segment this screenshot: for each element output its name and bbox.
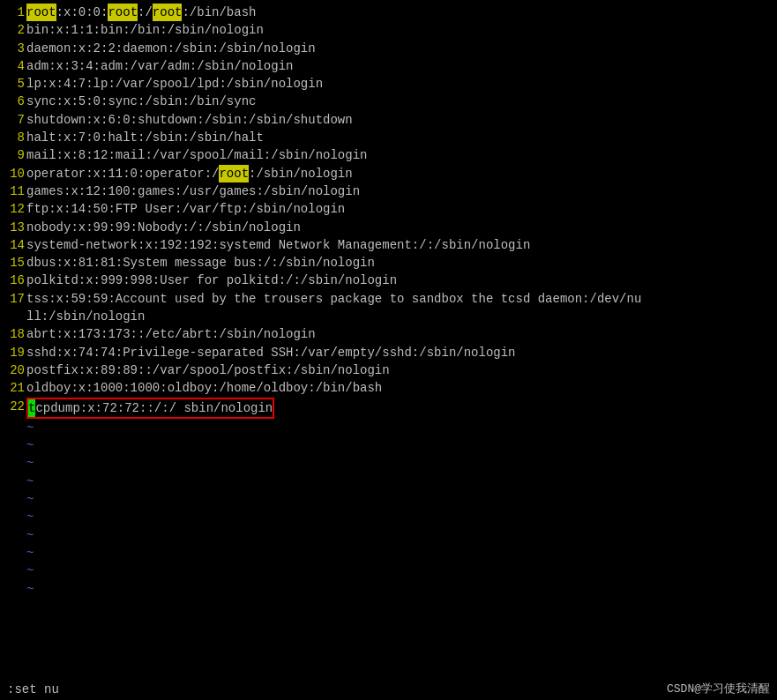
lines-container: 1root:x:0:0:root:/root:/bin/bash2bin:x:1… xyxy=(5,4,772,419)
line-text: :/sbin/nologin xyxy=(249,165,353,182)
line-number: 16 xyxy=(5,272,25,289)
line-number: 14 xyxy=(5,236,25,254)
tilde-num xyxy=(5,544,25,562)
tilde-line: ~ xyxy=(5,419,772,436)
tilde-char: ~ xyxy=(26,436,34,454)
terminal: 1root:x:0:0:root:/root:/bin/bash2bin:x:1… xyxy=(0,0,777,700)
terminal-line: 9mail:x:8:12:mail:/var/spool/mail:/sbin/… xyxy=(5,146,772,164)
line-text: mail:x:8:12:mail:/var/spool/mail:/sbin/n… xyxy=(26,146,367,164)
line-number: 22 xyxy=(5,398,25,419)
line-text: bin:x:1:1:bin:/bin:/sbin/nologin xyxy=(26,21,264,39)
tilde-line: ~ xyxy=(5,562,772,579)
highlighted-text: root xyxy=(108,4,138,21)
terminal-line: 12ftp:x:14:50:FTP User:/var/ftp:/sbin/no… xyxy=(5,200,772,218)
line-text: lp:x:4:7:lp:/var/spool/lpd:/sbin/nologin xyxy=(26,75,323,93)
line-text: polkitd:x:999:998:User for polkitd:/:/sb… xyxy=(26,272,397,289)
tilde-char: ~ xyxy=(26,580,34,598)
line-text: oldboy:x:1000:1000:oldboy:/home/oldboy:/… xyxy=(26,379,382,397)
tilde-num xyxy=(5,526,25,544)
line-number: 2 xyxy=(5,21,25,39)
terminal-line: 19sshd:x:74:74:Privilege-separated SSH:/… xyxy=(5,344,772,361)
terminal-line: 3daemon:x:2:2:daemon:/sbin:/sbin/nologin xyxy=(5,40,772,57)
line-text: abrt:x:173:173::/etc/abrt:/sbin/nologin xyxy=(26,325,316,343)
terminal-line: 7shutdown:x:6:0:shutdown:/sbin:/sbin/shu… xyxy=(5,111,772,129)
line-text: daemon:x:2:2:daemon:/sbin:/sbin/nologin xyxy=(26,40,316,57)
line-text: nobody:x:99:99:Nobody:/:/sbin/nologin xyxy=(26,219,301,236)
line-text: sshd:x:74:74:Privilege-separated SSH:/va… xyxy=(26,344,516,361)
line-text: ftp:x:14:50:FTP User:/var/ftp:/sbin/nolo… xyxy=(26,200,345,218)
line-number: 13 xyxy=(5,219,25,236)
terminal-line: 16polkitd:x:999:998:User for polkitd:/:/… xyxy=(5,272,772,289)
terminal-line: 17tss:x:59:59:Account used by the trouse… xyxy=(5,290,772,308)
terminal-line: 15dbus:x:81:81:System message bus:/:/sbi… xyxy=(5,254,772,272)
terminal-line: 6sync:x:5:0:sync:/sbin:/bin/sync xyxy=(5,93,772,110)
terminal-line: ll:/sbin/nologin xyxy=(5,308,772,325)
line-number: 10 xyxy=(5,165,25,182)
tilde-char: ~ xyxy=(26,562,34,579)
tilde-line: ~ xyxy=(5,436,772,454)
tilde-line: ~ xyxy=(5,454,772,472)
line-22-boxed-content: tcpdump:x:72:72::/:/ sbin/nologin xyxy=(26,398,274,419)
line-text: dbus:x:81:81:System message bus:/:/sbin/… xyxy=(26,254,375,272)
terminal-line: 21oldboy:x:1000:1000:oldboy:/home/oldboy… xyxy=(5,379,772,397)
tilde-num xyxy=(5,419,25,436)
tilde-num xyxy=(5,454,25,472)
continuation-line: ll:/sbin/nologin xyxy=(26,308,145,325)
status-right: CSDN@学习使我清醒 xyxy=(667,681,770,698)
line-number: 9 xyxy=(5,146,25,164)
tilde-num xyxy=(5,473,25,490)
terminal-line: 14systemd-network:x:192:192:systemd Netw… xyxy=(5,236,772,254)
terminal-line: 5lp:x:4:7:lp:/var/spool/lpd:/sbin/nologi… xyxy=(5,75,772,93)
tilde-num xyxy=(5,508,25,525)
tilde-char: ~ xyxy=(26,490,34,508)
line-text: halt:x:7:0:halt:/sbin:/sbin/halt xyxy=(26,129,264,146)
tilde-line: ~ xyxy=(5,580,772,598)
line-number: 17 xyxy=(5,290,25,308)
line-text: tss:x:59:59:Account used by the trousers… xyxy=(26,290,641,308)
tilde-char: ~ xyxy=(26,419,34,436)
line-number: 3 xyxy=(5,40,25,57)
line-number: 5 xyxy=(5,75,25,93)
tilde-line: ~ xyxy=(5,526,772,544)
tilde-char: ~ xyxy=(26,473,34,490)
line-text: postfix:x:89:89::/var/spool/postfix:/sbi… xyxy=(26,361,390,379)
terminal-line: 10operator:x:11:0:operator:/root:/sbin/n… xyxy=(5,165,772,182)
status-bar: :set nu CSDN@学习使我清醒 xyxy=(0,679,777,700)
line-number: 4 xyxy=(5,57,25,75)
line-number: 15 xyxy=(5,254,25,272)
highlighted-text: root xyxy=(219,165,249,182)
line-number: 19 xyxy=(5,344,25,361)
terminal-line: 20postfix:x:89:89::/var/spool/postfix:/s… xyxy=(5,361,772,379)
terminal-line: 13nobody:x:99:99:Nobody:/:/sbin/nologin xyxy=(5,219,772,236)
tildes-container: ~ ~ ~ ~ ~ ~ ~ ~ ~ ~ xyxy=(5,419,772,598)
line-number: 21 xyxy=(5,379,25,397)
terminal-line: 1root:x:0:0:root:/root:/bin/bash xyxy=(5,4,772,21)
line-text: :/bin/bash xyxy=(182,4,256,21)
tilde-line: ~ xyxy=(5,544,772,562)
tilde-line: ~ xyxy=(5,473,772,490)
tilde-num xyxy=(5,490,25,508)
tilde-char: ~ xyxy=(26,544,34,562)
terminal-line: 18abrt:x:173:173::/etc/abrt:/sbin/nologi… xyxy=(5,325,772,343)
line-text: shutdown:x:6:0:shutdown:/sbin:/sbin/shut… xyxy=(26,111,353,129)
tilde-line: ~ xyxy=(5,508,772,525)
line-text: :x:0:0: xyxy=(56,4,108,21)
tilde-line: ~ xyxy=(5,490,772,508)
line-number: 20 xyxy=(5,361,25,379)
line-number: 1 xyxy=(5,4,25,21)
line-number: 6 xyxy=(5,93,25,110)
line-number xyxy=(5,308,25,325)
line-number: 18 xyxy=(5,325,25,343)
cursor: t xyxy=(28,399,35,417)
status-left: :set nu xyxy=(7,681,59,698)
line-text: operator:x:11:0:operator:/ xyxy=(26,165,219,182)
terminal-line: 22tcpdump:x:72:72::/:/ sbin/nologin xyxy=(5,398,772,419)
tilde-num xyxy=(5,562,25,579)
line-text: games:x:12:100:games:/usr/games:/sbin/no… xyxy=(26,182,360,200)
line-text: :/ xyxy=(138,4,153,21)
line-number: 8 xyxy=(5,129,25,146)
line-text: systemd-network:x:192:192:systemd Networ… xyxy=(26,236,530,254)
terminal-line: 2bin:x:1:1:bin:/bin:/sbin/nologin xyxy=(5,21,772,39)
tilde-char: ~ xyxy=(26,508,34,525)
highlighted-text: root xyxy=(26,4,56,21)
